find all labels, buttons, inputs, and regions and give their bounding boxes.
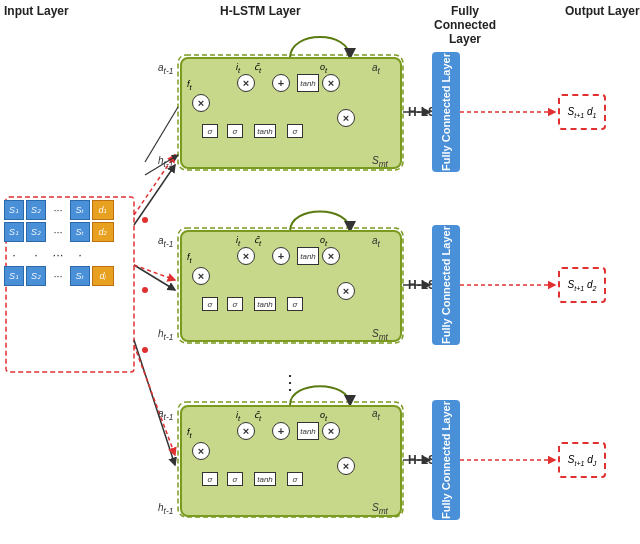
multiply-op-2a: × <box>192 267 210 285</box>
matrix-row-2: S₁ S₂ ··· Sₜ d₂ <box>4 222 114 242</box>
matrix-row-dots: · · ··· · <box>4 244 114 264</box>
ht-label-lstm2-in: ht-1 <box>158 328 173 342</box>
ht-label-lstm3-in: ht-1 <box>158 502 173 516</box>
cell-d2: d₂ <box>92 222 114 242</box>
cell-d1: d₁ <box>92 200 114 220</box>
fc-block-1: Fully Connected Layer <box>432 52 460 172</box>
st-label-lstm1-out: Smt <box>372 155 388 169</box>
gate-it-2: × <box>237 247 255 265</box>
sigma-ot-1: σ <box>287 124 303 138</box>
lstm-block-2: × × + × tanh σ σ tanh σ × ft it c̃t ot <box>180 230 402 342</box>
svg-line-5 <box>134 265 175 290</box>
cell-s2-r2: S₂ <box>26 222 46 242</box>
at-label-lstm3-in: at-1 <box>158 408 173 422</box>
st-label-lstm2-out: Smt <box>372 328 388 342</box>
multiply-op-2b: × <box>337 282 355 300</box>
fc-block-3: Fully Connected Layer <box>432 400 460 520</box>
tanh-ct-2: tanh <box>254 297 276 311</box>
cell-dots-r1: ··· <box>48 200 68 220</box>
cell-dot5 <box>92 244 114 264</box>
add-op-2: + <box>272 247 290 265</box>
multiply-op-1b: × <box>337 109 355 127</box>
matrix-row-1: S₁ S₂ ··· Sₜ d₁ <box>4 200 114 220</box>
cell-s1-r1: S₁ <box>4 200 24 220</box>
tanh-1: tanh <box>297 74 319 92</box>
gate-ot-1: × <box>322 74 340 92</box>
ht-label-lstm1-in: ht-1 <box>158 155 173 169</box>
svg-point-20 <box>142 347 148 353</box>
sigma-ot-2: σ <box>287 297 303 311</box>
ot-label-2: ot <box>320 235 327 248</box>
cell-s1-r2: S₁ <box>4 222 24 242</box>
cell-s1-rj: S₁ <box>4 266 24 286</box>
lstm-block-1: × × + × tanh σ σ tanh σ × ft it c̃t ot <box>180 57 402 169</box>
output-label-2: St+1 d2 <box>568 279 597 292</box>
tanh-ct-1: tanh <box>254 124 276 138</box>
cell-dot3: ··· <box>48 244 68 264</box>
tanh-ct-3: tanh <box>254 472 276 486</box>
gate-it-3: × <box>237 422 255 440</box>
input-section: S₁ S₂ ··· Sₜ d₁ S₁ S₂ ··· Sₜ d₂ · · ··· … <box>4 200 114 288</box>
it-label-1: it <box>236 62 240 75</box>
sigma-ft-1: σ <box>202 124 218 138</box>
cell-dot2: · <box>26 244 46 264</box>
at-label-lstm2-out: at <box>372 235 380 249</box>
ct-label-2: c̃t <box>254 235 261 248</box>
multiply-op-3b: × <box>337 457 355 475</box>
tanh-2: tanh <box>297 247 319 265</box>
ft-label-2: ft <box>187 252 192 265</box>
st-label-lstm3-out: Smt <box>372 502 388 516</box>
gate-ot-3: × <box>322 422 340 440</box>
ft-label-3: ft <box>187 427 192 440</box>
gate-it-1: × <box>237 74 255 92</box>
lstm-block-3: × × + × tanh σ σ tanh σ × ft it c̃t ot <box>180 405 402 517</box>
output-box-3: St+1 dJ <box>558 442 606 478</box>
vertical-dots: ⋮ <box>280 370 300 394</box>
cell-s2-rj: S₂ <box>26 266 46 286</box>
output-layer-label: Output Layer <box>565 4 640 18</box>
multiply-op-3a: × <box>192 442 210 460</box>
tanh-3: tanh <box>297 422 319 440</box>
add-op-1: + <box>272 74 290 92</box>
cell-s2-r1: S₂ <box>26 200 46 220</box>
sigma-it-1: σ <box>227 124 243 138</box>
multiply-op-1a: × <box>192 94 210 112</box>
at-label-lstm2-in: at-1 <box>158 235 173 249</box>
output-label-3: St+1 dJ <box>568 454 596 467</box>
cell-dj: dⱼ <box>92 266 114 286</box>
add-op-3: + <box>272 422 290 440</box>
output-box-2: St+1 d2 <box>558 267 606 303</box>
sigma-it-3: σ <box>227 472 243 486</box>
svg-line-4 <box>134 165 175 225</box>
svg-line-6 <box>134 340 175 465</box>
ft-label-1: ft <box>187 79 192 92</box>
it-label-3: it <box>236 410 240 423</box>
fc-block-2: Fully Connected Layer <box>432 225 460 345</box>
fc-layer-label: Fully Connected Layer <box>420 4 510 46</box>
diagram-container: Input Layer H-LSTM Layer Fully Connected… <box>0 0 640 544</box>
hlstm-layer-label: H-LSTM Layer <box>220 4 301 18</box>
cell-st-r1: Sₜ <box>70 200 90 220</box>
svg-line-16 <box>145 107 178 162</box>
ot-label-1: ot <box>320 62 327 75</box>
it-label-2: it <box>236 235 240 248</box>
output-label-1: St+1 d1 <box>568 106 597 119</box>
svg-point-18 <box>142 217 148 223</box>
cell-dots-r2: ··· <box>48 222 68 242</box>
cell-dots-rj: ··· <box>48 266 68 286</box>
gate-ot-2: × <box>322 247 340 265</box>
input-layer-label: Input Layer <box>4 4 69 18</box>
ct-label-1: c̃t <box>254 62 261 75</box>
cell-dot1: · <box>4 244 24 264</box>
at-label-lstm1-out: at <box>372 62 380 76</box>
sigma-ft-2: σ <box>202 297 218 311</box>
sigma-it-2: σ <box>227 297 243 311</box>
cell-st-rj: Sₜ <box>70 266 90 286</box>
cell-st-r2: Sₜ <box>70 222 90 242</box>
matrix-row-j: S₁ S₂ ··· Sₜ dⱼ <box>4 266 114 286</box>
svg-line-8 <box>134 265 175 280</box>
ot-label-3: ot <box>320 410 327 423</box>
cell-dot4: · <box>70 244 90 264</box>
at-label-lstm3-out: at <box>372 408 380 422</box>
output-box-1: St+1 d1 <box>558 94 606 130</box>
